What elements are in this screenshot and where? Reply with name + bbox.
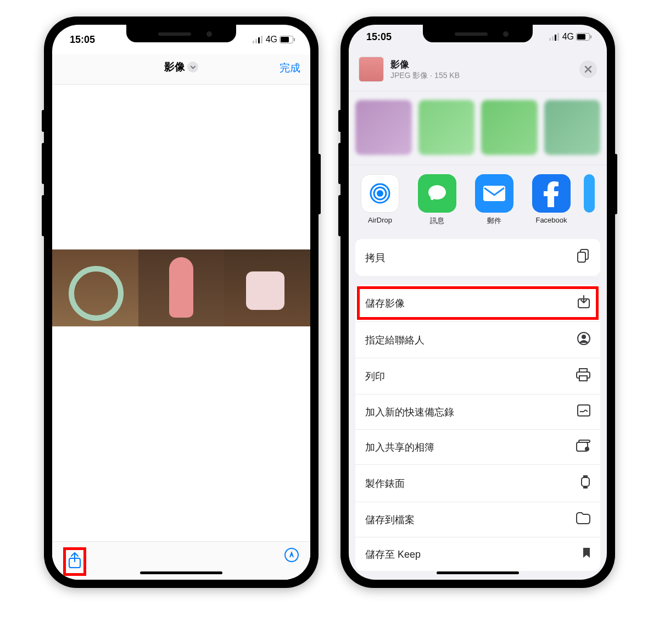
action-label: 製作錶面 xyxy=(365,477,405,490)
printer-icon xyxy=(576,368,590,384)
signal-icon xyxy=(253,36,264,43)
action-save-keep[interactable]: 儲存至 Keep xyxy=(355,537,600,571)
status-time: 15:05 xyxy=(70,34,95,46)
battery-icon xyxy=(576,33,591,41)
action-save-files[interactable]: 儲存到檔案 xyxy=(355,502,600,537)
share-button[interactable] xyxy=(68,552,82,571)
markup-button[interactable] xyxy=(284,547,299,565)
share-apps-row: AirDrop 訊息 郵件 Facebook xyxy=(349,165,607,230)
notch xyxy=(126,25,236,42)
share-contact[interactable] xyxy=(418,100,475,155)
home-indicator[interactable] xyxy=(140,571,222,574)
quicknote-icon xyxy=(577,404,590,419)
signal-icon xyxy=(549,33,560,41)
download-icon xyxy=(577,295,590,312)
svg-rect-11 xyxy=(555,35,556,41)
bookmark-icon xyxy=(583,547,590,561)
action-assign-contact[interactable]: 指定給聯絡人 xyxy=(355,322,600,358)
action-label: 儲存至 Keep xyxy=(365,548,421,561)
svg-rect-29 xyxy=(578,405,590,416)
app-label: Facebook xyxy=(535,216,567,224)
extra-app-icon xyxy=(584,174,595,213)
phone-right: 15:05 4G 影像 JPEG 影像 · 155 KB xyxy=(340,16,615,588)
phone-left: 15:05 4G 影像 完成 xyxy=(44,16,319,588)
svg-point-32 xyxy=(585,447,589,451)
close-button[interactable] xyxy=(579,60,597,78)
network-label: 4G xyxy=(266,35,277,45)
action-copy[interactable]: 拷貝 xyxy=(355,239,600,276)
status-time: 15:05 xyxy=(366,31,392,43)
home-indicator[interactable] xyxy=(437,571,519,574)
app-label: 訊息 xyxy=(430,216,444,226)
svg-rect-33 xyxy=(582,478,589,486)
action-label: 指定給聯絡人 xyxy=(365,334,425,347)
action-label: 列印 xyxy=(365,370,385,383)
action-label: 加入共享的相簿 xyxy=(365,441,434,454)
watch-icon xyxy=(580,475,590,492)
app-label: AirDrop xyxy=(368,216,392,224)
markup-icon xyxy=(284,547,299,563)
svg-rect-35 xyxy=(583,487,588,488)
share-app-mail[interactable]: 郵件 xyxy=(470,174,519,226)
action-save-image[interactable]: 儲存影像 xyxy=(355,285,600,322)
svg-rect-0 xyxy=(253,41,254,43)
svg-rect-3 xyxy=(261,36,263,43)
nav-title: 影像 xyxy=(164,60,185,74)
image-thumbnail[interactable] xyxy=(224,249,310,326)
share-actions: 拷貝 儲存影像 指定給聯絡人 xyxy=(349,230,607,580)
action-watch-face[interactable]: 製作錶面 xyxy=(355,465,600,502)
folder-icon xyxy=(576,512,590,527)
copy-icon xyxy=(577,249,590,266)
mail-icon xyxy=(475,174,513,213)
share-thumbnail xyxy=(359,57,384,82)
action-label: 拷貝 xyxy=(365,251,385,264)
chevron-down-icon xyxy=(187,62,198,73)
app-label: 郵件 xyxy=(487,216,501,226)
nav-title-dropdown[interactable]: 影像 xyxy=(164,60,198,74)
image-thumbnail[interactable] xyxy=(52,249,138,326)
share-contact[interactable] xyxy=(355,100,412,155)
facebook-icon xyxy=(532,174,571,213)
network-label: 4G xyxy=(562,32,574,42)
share-subtitle: JPEG 影像 · 155 KB xyxy=(390,71,573,81)
shared-album-icon xyxy=(576,440,590,454)
highlight-share xyxy=(63,547,86,576)
share-app-more[interactable] xyxy=(584,174,595,226)
nav-bar: 影像 完成 xyxy=(52,54,310,85)
svg-rect-28 xyxy=(579,376,587,381)
svg-rect-15 xyxy=(590,35,591,38)
svg-rect-34 xyxy=(583,475,588,477)
battery-icon xyxy=(280,36,295,43)
svg-rect-31 xyxy=(579,440,590,442)
airdrop-icon xyxy=(361,174,399,213)
share-title: 影像 xyxy=(390,58,573,71)
action-label: 加入新的快速備忘錄 xyxy=(365,406,454,419)
svg-rect-22 xyxy=(578,252,585,262)
svg-rect-6 xyxy=(294,38,295,41)
share-icon xyxy=(68,552,82,569)
share-contacts-row xyxy=(349,91,607,165)
action-quick-note[interactable]: 加入新的快速備忘錄 xyxy=(355,395,600,430)
done-button[interactable]: 完成 xyxy=(280,61,300,75)
svg-rect-5 xyxy=(281,37,289,42)
action-shared-album[interactable]: 加入共享的相簿 xyxy=(355,430,600,465)
close-icon xyxy=(584,65,592,73)
share-app-messages[interactable]: 訊息 xyxy=(412,174,462,226)
image-thumbnail[interactable] xyxy=(138,249,225,326)
share-app-facebook[interactable]: Facebook xyxy=(527,174,576,226)
messages-icon xyxy=(418,174,456,213)
share-contact[interactable] xyxy=(481,100,538,155)
image-strip xyxy=(52,249,310,326)
svg-point-25 xyxy=(582,335,586,339)
action-print[interactable]: 列印 xyxy=(355,358,600,395)
share-contact[interactable] xyxy=(544,100,601,155)
action-label: 儲存到檔案 xyxy=(365,513,415,526)
svg-rect-10 xyxy=(552,36,554,41)
image-viewer[interactable] xyxy=(52,85,310,580)
svg-rect-12 xyxy=(557,33,559,41)
svg-rect-1 xyxy=(255,39,257,43)
share-app-airdrop[interactable]: AirDrop xyxy=(355,174,405,226)
svg-rect-20 xyxy=(483,186,505,201)
notch xyxy=(423,25,533,42)
share-sheet-header: 影像 JPEG 影像 · 155 KB xyxy=(349,49,607,91)
